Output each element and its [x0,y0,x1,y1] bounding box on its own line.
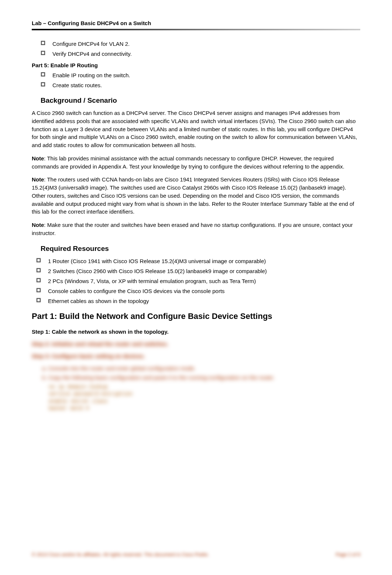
bullet-text: Console cables to configure the Cisco IO… [48,287,360,295]
blurred-content: Step 2: Initialize and reload the router… [32,341,360,412]
bullet-text: Verify DHCPv4 and connectivity. [52,50,360,58]
step1-title: Step 1: Cable the network as shown in th… [32,329,360,335]
bullet-text: 2 PCs (Windows 7, Vista, or XP with term… [48,277,360,285]
list-item: 🞐 Console cables to configure the Cisco … [36,287,360,295]
footer-page-number: Page 2 of 9 [336,552,361,557]
note-3: Note: Make sure that the router and swit… [32,221,360,237]
bullet-icon: 🞐 [41,40,45,47]
list-item: 🞐 Ethernet cables as shown in the topolo… [36,297,360,305]
note-label: Note [32,155,44,161]
bullet-icon: 🞐 [36,277,41,284]
list-item: 🞐 1 Router (Cisco 1941 with Cisco IOS Re… [36,257,360,265]
bullet-icon: 🞐 [41,81,45,88]
part5-title: Part 5: Enable IP Routing [32,62,360,68]
note-text: : Make sure that the router and switches… [32,222,353,236]
resources-bullet-list: 🞐 1 Router (Cisco 1941 with Cisco IOS Re… [36,257,360,305]
list-item: 🞐 Enable IP routing on the switch. [41,71,360,79]
part1-title: Part 1: Build the Network and Configure … [32,312,360,321]
code-line: banner motd # [49,405,360,412]
resources-title: Required Resources [41,245,360,253]
page-content: 🞐 Configure DHCPv4 for VLAN 2. 🞐 Verify … [32,40,360,412]
code-line: service password-encryption [49,391,360,398]
bullet-text: Configure DHCPv4 for VLAN 2. [52,40,360,48]
bullet-text: Create static routes. [52,81,360,89]
note-1: Note: This lab provides minimal assistan… [32,154,360,171]
bullet-text: 2 Switches (Cisco 2960 with Cisco IOS Re… [48,267,360,275]
list-item: 🞐 Configure DHCPv4 for VLAN 2. [41,40,360,48]
code-line: no ip domain-lookup [49,384,360,391]
list-item: 🞐 2 Switches (Cisco 2960 with Cisco IOS … [36,267,360,275]
footer-copyright: © 2013 Cisco and/or its affiliates. All … [32,552,209,557]
bullet-text: Ethernet cables as shown in the topology [48,297,360,305]
part5-bullet-list: 🞐 Enable IP routing on the switch. 🞐 Cre… [41,71,360,89]
note-label: Note [32,176,44,183]
page-footer: © 2013 Cisco and/or its affiliates. All … [32,552,360,557]
bullet-icon: 🞐 [41,71,45,78]
step-letter-a: a. Console into the router and enter glo… [42,365,360,371]
step2-title: Step 2: Initialize and reload the router… [32,341,360,347]
code-line: enable secret class [49,398,360,405]
note-text: : The routers used with CCNA hands-on la… [32,176,354,215]
bullet-icon: 🞐 [36,287,41,294]
bullet-icon: 🞐 [36,267,41,274]
note-text: : This lab provides minimal assistance w… [32,155,344,170]
note-label: Note [32,222,44,228]
bullet-text: 1 Router (Cisco 1941 with Cisco IOS Rele… [48,257,360,265]
top-bullet-list: 🞐 Configure DHCPv4 for VLAN 2. 🞐 Verify … [41,40,360,58]
note-2: Note: The routers used with CCNA hands-o… [32,176,360,216]
bullet-icon: 🞐 [36,297,41,304]
bullet-icon: 🞐 [36,257,41,264]
background-paragraph: A Cisco 2960 switch can function as a DH… [32,109,360,149]
list-item: 🞐 Create static routes. [41,81,360,89]
list-item: 🞐 2 PCs (Windows 7, Vista, or XP with te… [36,277,360,285]
page-header: Lab – Configuring Basic DHCPv4 on a Swit… [32,20,360,28]
step-letter-b: b. Copy the following basic configuratio… [42,374,360,381]
background-title: Background / Scenario [41,96,360,105]
list-item: 🞐 Verify DHCPv4 and connectivity. [41,50,360,58]
step3-title: Step 3: Configure basic setting on devic… [32,353,360,359]
bullet-icon: 🞐 [41,50,45,57]
bullet-text: Enable IP routing on the switch. [52,71,360,79]
header-title: Lab – Configuring Basic DHCPv4 on a Swit… [32,20,151,26]
header-divider [32,29,360,30]
